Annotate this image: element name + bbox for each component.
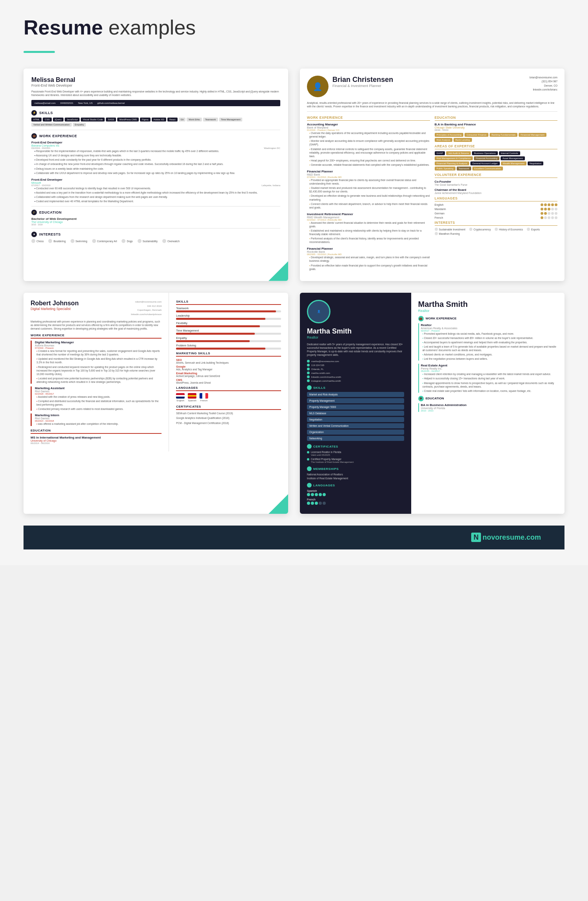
brian-resume: 👤 Brian Christensen Financial & Investme… xyxy=(300,69,564,281)
brian-title: Financial & Investment Planner xyxy=(332,84,393,88)
skill-timemanagement: Time Management xyxy=(176,329,281,335)
martha-skills-icon xyxy=(307,385,312,390)
martha-cert-2: Certified Property ManagerThe Institute … xyxy=(307,458,404,463)
edu-section-title: EDUCATION xyxy=(39,210,62,214)
skill-teamwork: Teamwork xyxy=(176,307,281,312)
skill-git: Git xyxy=(179,118,186,121)
skill-git2: Work Ethic xyxy=(187,118,202,121)
melissa-job2-bullets: Conducted over 60 A/B successful testing… xyxy=(31,187,280,203)
robert-left-col: Robert Johnson Digital Marketing Special… xyxy=(24,293,169,451)
melissa-resume: Melissa Bernal Front-End Web Developer P… xyxy=(24,69,288,251)
melissa-edu: Bachelor of Web Development The Universi… xyxy=(31,217,280,226)
robert-mktg-skills: SEO Ahrefs, Semrush and Link-building Te… xyxy=(176,359,281,384)
martha-photo: 👤 xyxy=(307,300,330,323)
martha-work-header: 💼 WORK EXPERIENCE xyxy=(418,316,558,321)
martha-r-name: Martha Smith xyxy=(418,300,558,309)
skill-time: Time Management xyxy=(219,118,243,121)
martha-job-2: Real Estate Agent Penny Realty Inc. 05/2… xyxy=(418,364,558,392)
robert-skills-title: SKILLS xyxy=(176,300,281,305)
melissa-job1-bullets: Responsible for the implementation of re… xyxy=(31,149,280,175)
martha-email: martha@novoresume.com xyxy=(307,360,404,363)
melissa-skills-header: ⚡ SKILLS xyxy=(31,110,280,116)
martha-phone: 119 224 535 xyxy=(307,364,404,366)
brian-contact: brian@novoresume.com (321) 654 987 Denve… xyxy=(530,76,557,97)
skill-teamwork: Teamwork xyxy=(203,118,218,121)
divider3 xyxy=(31,228,280,228)
skill-empathy: Empathy xyxy=(73,123,86,127)
skill-html: HTML xyxy=(31,118,42,121)
melissa-email: melissa@email.com xyxy=(34,102,56,104)
martha-lang-french: French xyxy=(307,498,404,505)
brian-header-info: 👤 Brian Christensen Financial & Investme… xyxy=(307,76,393,97)
skill-adobexd: Adobe XD xyxy=(152,118,166,121)
martha-website: martha-smith.com xyxy=(307,372,404,374)
martha-left-col: 👤 Martha Smith Realtor Dedicated realtor… xyxy=(300,293,411,514)
melissa-interests-header: ★ INTERESTS xyxy=(31,232,280,237)
flag-english: English xyxy=(176,393,185,402)
melissa-interests: Chess Bouldering Swimming Contemporary A… xyxy=(31,239,280,243)
resume-card-brian: 👤 Brian Christensen Financial & Investme… xyxy=(300,69,564,281)
robert-lang-title: LANGUAGES xyxy=(176,386,281,391)
brian-lang-mandarin: Mandarin xyxy=(435,208,558,210)
martha-lang-spanish: Spanish xyxy=(307,489,404,496)
melissa-job-2: Front-End Developer Mirssoft 07/2017 - 0… xyxy=(31,178,280,203)
robert-name: Robert Johnson xyxy=(31,300,79,307)
resume-card-martha: 👤 Martha Smith Realtor Dedicated realtor… xyxy=(300,293,564,514)
brian-interests-title: INTERESTS xyxy=(435,221,558,226)
resume-card-melissa: Melissa Bernal Front-End Web Developer P… xyxy=(24,69,288,281)
flag-french: French xyxy=(200,393,208,402)
skill-sass: SASS xyxy=(106,118,116,121)
martha-lang-header: LANGUAGES xyxy=(307,483,404,488)
robert-mktg-title: MARKETING SKILLS xyxy=(176,352,281,357)
martha-cert-header: CERTIFICATES xyxy=(307,444,404,449)
skill-leadership: Leadership xyxy=(176,314,281,320)
work-icon: 💼 xyxy=(418,316,424,321)
brian-expertise-tags: GAAP Job Audit & Returns Business Operat… xyxy=(435,151,558,170)
martha-member-1: National Association of Realtors xyxy=(307,473,404,476)
interest-swimming: Swimming xyxy=(71,239,87,243)
martha-location: Orlando, FL xyxy=(307,368,404,370)
robert-job-3: Marketing Intern Riot Games 06/2014 - 02… xyxy=(31,413,162,426)
brian-right-col: EDUCATION B.A in Banking and Finance Chi… xyxy=(435,116,558,274)
melissa-title: Front-End Web Developer xyxy=(31,83,280,87)
interest-art: Contemporary Art xyxy=(92,239,117,243)
melissa-location: New York, US xyxy=(78,102,93,104)
skill-verbal: Verbal and Written Communication xyxy=(31,123,72,127)
brian-job-3: Investment Retirement Planner RMD Wealth… xyxy=(307,212,430,244)
martha-instagram: instagram.com/martha.smith xyxy=(307,379,404,382)
brian-lang-title: LANGUAGES xyxy=(435,196,558,201)
corner-decoration-robert xyxy=(269,494,288,514)
flag-spanish: Spanish xyxy=(188,393,196,402)
martha-skills-list: Market and Risk Analysis Property Manage… xyxy=(307,392,404,441)
divider1 xyxy=(31,130,280,130)
brian-vol-1: Co-Founder The Good Samaritan's Purse xyxy=(435,180,558,186)
footer-bar: Nnovoresume.com xyxy=(24,526,564,549)
melissa-work-header: 💼 WORK EXPERIENCE xyxy=(31,133,280,139)
melissa-phone: 0446002021 xyxy=(60,102,73,104)
brian-name-block: Brian Christensen Financial & Investment… xyxy=(332,76,393,97)
brian-edu-courses: Principles of Accounting Consumer Financ… xyxy=(435,133,558,142)
robert-contact: robert@novoresume.com 044 412 2019 Copen… xyxy=(131,300,162,317)
resumes-grid: Melissa Bernal Front-End Web Developer P… xyxy=(24,69,564,514)
skills-icon: ⚡ xyxy=(31,110,37,116)
martha-linkedin: linkedin.com/in/martha.smith xyxy=(307,375,404,378)
brian-content: WORK EXPERIENCE Accounting Manager Bank … xyxy=(307,116,557,274)
brian-job-2: Financial Planner M&D Bank 07/2013 - 01/… xyxy=(307,170,430,209)
brian-bio: Analytical, results-oriented professiona… xyxy=(307,101,557,112)
brian-header: 👤 Brian Christensen Financial & Investme… xyxy=(307,76,557,97)
interests-icon: ★ xyxy=(31,232,37,237)
melissa-job-1: Front-End Developer Banana Computers Inc… xyxy=(31,141,280,175)
edu-icon: 🎓 xyxy=(31,210,37,215)
robert-cert-3: PCM - Digital Management Certification (… xyxy=(176,422,281,425)
melissa-skills-grid: HTML CSS jQuery JavaScript Visual Studio… xyxy=(31,118,280,127)
brian-work-title: WORK EXPERIENCE xyxy=(307,116,430,121)
interest-dogs: Dogs xyxy=(122,239,132,243)
skill-wpcms: WordPress CMS xyxy=(117,118,139,121)
robert-cert-1: SEMrush Content Marketing Toolkit Course… xyxy=(176,412,281,415)
brian-expertise-title: AREAS OF EXPERTISE xyxy=(435,144,558,149)
skill-empathy: Empathy xyxy=(176,337,281,342)
martha-edu-header: 🎓 EDUCATION xyxy=(418,396,558,401)
robert-header: Robert Johnson Digital Marketing Special… xyxy=(31,300,162,317)
martha-right-col: Martha Smith Realtor 💼 WORK EXPERIENCE R… xyxy=(411,293,565,514)
melissa-name: Melissa Bernal xyxy=(31,76,280,83)
